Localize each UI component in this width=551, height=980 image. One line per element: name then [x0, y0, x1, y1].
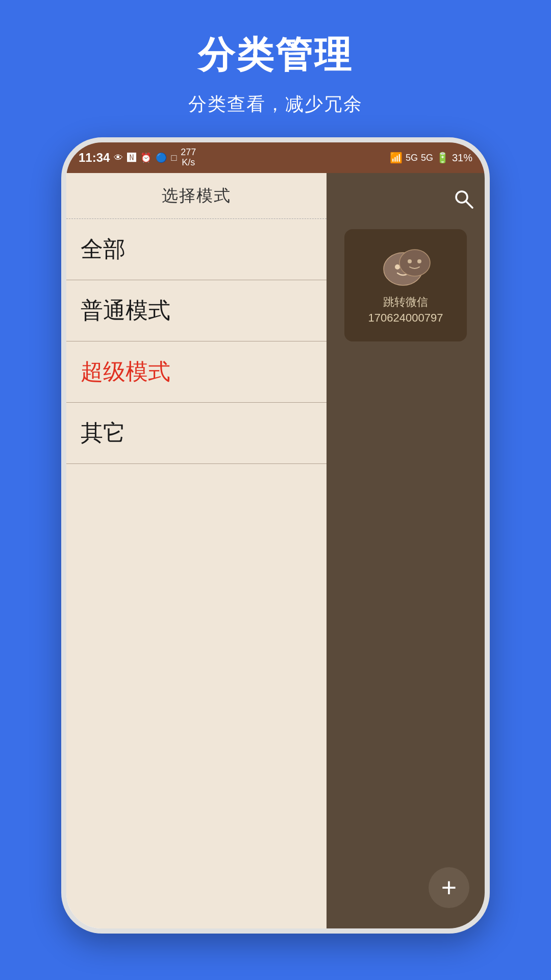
- page-title: 分类管理: [198, 31, 353, 80]
- volume-mute-button[interactable]: [61, 244, 64, 275]
- status-signal1-icon: 5G: [406, 153, 418, 163]
- status-right: 📶 5G 5G 🔋 31%: [390, 152, 472, 164]
- dropdown-title: 选择模式: [162, 185, 231, 207]
- menu-item-super[interactable]: 超级模式: [66, 341, 327, 403]
- page-subtitle: 分类查看，减少冗余: [188, 92, 363, 117]
- volume-down-button[interactable]: [61, 326, 64, 377]
- dropdown-header: 选择模式: [66, 173, 327, 219]
- status-left: 11:34 👁 🅽 ⏰ 🔵 □ 277K/s: [79, 148, 196, 168]
- status-signal2-icon: 5G: [421, 153, 433, 163]
- menu-item-other[interactable]: 其它: [66, 403, 327, 464]
- status-icon-nfc: □: [171, 153, 177, 163]
- left-panel: 选择模式 全部 普通模式 超级模式 其它: [66, 173, 327, 928]
- wechat-logo-icon: [375, 244, 436, 290]
- menu-item-all[interactable]: 全部: [66, 219, 327, 280]
- right-toolbar: [327, 178, 485, 224]
- wechat-card-label: 跳转微信170624000797: [368, 295, 443, 326]
- search-icon[interactable]: [452, 187, 474, 215]
- phone-frame: 11:34 👁 🅽 ⏰ 🔵 □ 277K/s 📶 5G 5G 🔋 31% 选择模…: [61, 137, 490, 934]
- svg-point-5: [399, 250, 430, 276]
- status-icon-n: 🅽: [127, 153, 136, 163]
- app-content: 选择模式 全部 普通模式 超级模式 其它: [66, 173, 485, 928]
- menu-item-super-label: 超级模式: [81, 359, 170, 384]
- menu-item-all-label: 全部: [81, 236, 126, 261]
- status-icon-eye: 👁: [114, 153, 123, 163]
- menu-item-normal-label: 普通模式: [81, 298, 170, 323]
- svg-point-7: [417, 259, 421, 263]
- battery-percent: 31%: [452, 152, 472, 164]
- power-button[interactable]: [487, 296, 490, 362]
- right-panel: 跳转微信170624000797 +: [327, 173, 485, 928]
- status-time: 11:34: [79, 151, 110, 165]
- svg-line-1: [466, 201, 472, 208]
- svg-point-6: [408, 259, 412, 263]
- status-wifi-icon: 📶: [390, 152, 403, 164]
- menu-item-other-label: 其它: [81, 420, 126, 445]
- battery-icon: 🔋: [436, 152, 449, 164]
- status-speed: 277K/s: [181, 148, 196, 168]
- add-button[interactable]: +: [429, 867, 469, 908]
- volume-up-button[interactable]: [61, 285, 64, 316]
- menu-item-normal[interactable]: 普通模式: [66, 280, 327, 341]
- svg-point-3: [395, 264, 400, 270]
- status-icon-bt: 🔵: [156, 152, 167, 163]
- page-header: 分类管理 分类查看，减少冗余: [0, 0, 551, 137]
- status-icon-alarm: ⏰: [140, 152, 152, 163]
- add-icon: +: [441, 872, 457, 903]
- wechat-card[interactable]: 跳转微信170624000797: [344, 229, 467, 341]
- status-bar: 11:34 👁 🅽 ⏰ 🔵 □ 277K/s 📶 5G 5G 🔋 31%: [66, 142, 485, 173]
